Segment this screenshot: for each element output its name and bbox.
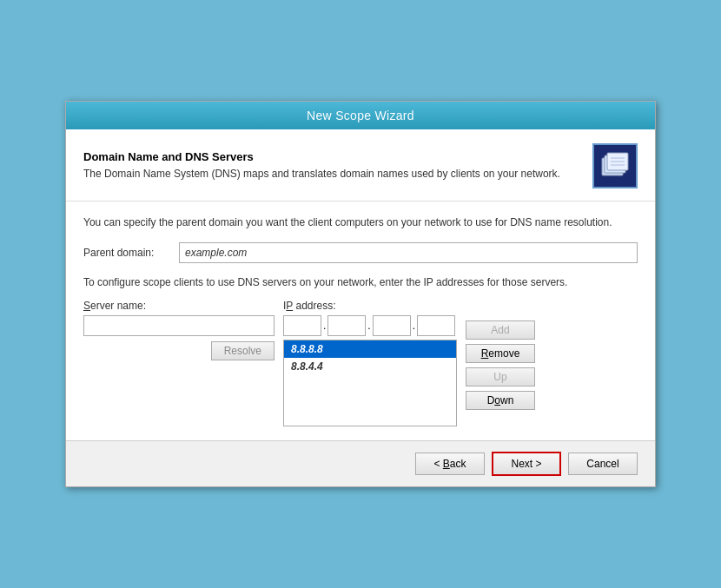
cancel-label: Cancel	[586, 458, 618, 470]
server-label-rest: erver name:	[90, 300, 146, 312]
add-button[interactable]: Add	[466, 320, 535, 340]
resolve-label: Resolve	[224, 345, 261, 357]
up-label: Up	[493, 371, 506, 383]
back-b: B	[443, 458, 450, 470]
add-label: Add	[491, 324, 509, 336]
parent-domain-label: Parent domain:	[83, 247, 179, 259]
title-bar: New Scope Wizard	[66, 102, 655, 129]
server-name-label: Server name:	[83, 300, 275, 312]
section-title: Domain Name and DNS Servers	[83, 150, 579, 163]
ip-label-p: P	[286, 300, 293, 312]
body-section: You can specify the parent domain you wa…	[66, 202, 655, 441]
cancel-button[interactable]: Cancel	[568, 453, 638, 475]
ip-octet-1[interactable]	[283, 315, 321, 336]
ip-dot-3: .	[413, 320, 415, 332]
back-button[interactable]: < Back	[415, 453, 485, 475]
up-button[interactable]: Up	[466, 367, 535, 386]
server-name-input[interactable]	[83, 315, 275, 336]
header-text: Domain Name and DNS Servers The Domain N…	[83, 150, 579, 182]
next-label: Next >	[511, 458, 541, 470]
ip-octet-2[interactable]	[327, 315, 366, 336]
dns-icon	[592, 143, 638, 188]
ip-address-label: IP address:	[283, 300, 457, 312]
ip-dot-1: .	[323, 320, 326, 332]
action-buttons-col: Add Remove Up Down	[466, 300, 535, 410]
pages-svg-icon	[599, 149, 632, 182]
ip-list-item-1[interactable]: 8.8.8.8	[284, 340, 456, 358]
parent-domain-input[interactable]	[179, 242, 638, 263]
dns-section: Server name: Resolve IP address: .	[83, 300, 638, 426]
footer: < Back Next > Cancel	[66, 441, 655, 486]
remove-label-rest: emove	[488, 347, 519, 360]
ip-label-rest: address:	[293, 300, 335, 312]
remove-label-r: R	[481, 347, 489, 360]
parent-domain-row: Parent domain:	[83, 242, 638, 263]
server-label-s: S	[83, 300, 90, 312]
remove-button[interactable]: Remove	[466, 344, 535, 363]
ip-octet-3[interactable]	[373, 315, 411, 336]
content-area: Domain Name and DNS Servers The Domain N…	[66, 129, 655, 442]
next-button[interactable]: Next >	[492, 452, 561, 476]
header-section: Domain Name and DNS Servers The Domain N…	[66, 129, 655, 202]
ip-dot-2: .	[367, 320, 370, 332]
ip-list[interactable]: 8.8.8.8 8.8.4.4	[283, 340, 457, 426]
ip-address-col: IP address: . . . 8.8.8.8 8.8.4.4	[283, 300, 457, 426]
section-description: The Domain Name System (DNS) maps and tr…	[83, 167, 579, 182]
intro-text: You can specify the parent domain you wa…	[83, 215, 638, 230]
server-name-col: Server name: Resolve	[83, 300, 275, 360]
new-scope-wizard-dialog: New Scope Wizard Domain Name and DNS Ser…	[65, 101, 656, 488]
ip-input-row: . . .	[283, 315, 457, 336]
resolve-button[interactable]: Resolve	[211, 341, 275, 360]
down-label-o: o	[494, 394, 500, 406]
ip-octet-4[interactable]	[417, 315, 455, 336]
config-text: To configure scope clients to use DNS se…	[83, 275, 638, 290]
ip-list-item-2[interactable]: 8.8.4.4	[284, 358, 456, 375]
dialog-title: New Scope Wizard	[307, 109, 414, 122]
down-button[interactable]: Down	[466, 391, 535, 410]
